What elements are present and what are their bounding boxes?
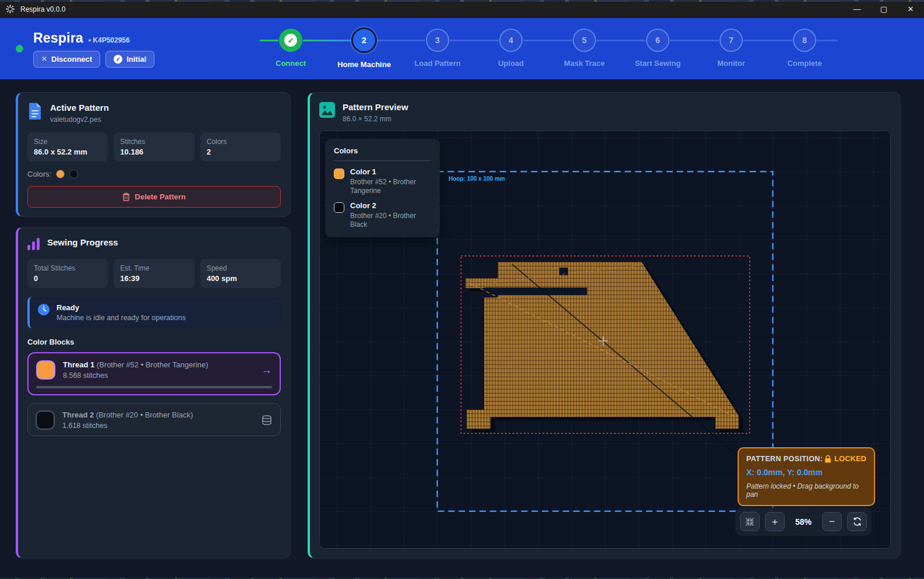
color-swatch-1 <box>56 170 65 178</box>
colors-label: Colors: <box>27 170 51 178</box>
step-start-sewing[interactable]: 6 Start Sewing <box>621 29 694 69</box>
titlebar: Respira v0.0.0 — ▢ ✕ <box>0 0 924 18</box>
sewing-progress-card: Sewing Progress Total Stitches 0 Est. Ti… <box>16 227 291 559</box>
check-circle-icon: ✓ <box>114 55 122 64</box>
app-header: Respira • K4P502956 ✕ Disconnect ✓ Initi… <box>0 18 924 79</box>
status-title: Ready <box>57 303 186 312</box>
main-content: Active Pattern valetudogv2.pes Size 86.0… <box>0 79 924 579</box>
fit-to-screen-button[interactable] <box>740 512 760 531</box>
zoom-level: 58% <box>790 517 817 527</box>
stat-stitches: Stitches 10.186 <box>114 132 194 162</box>
step-upload[interactable]: 4 Upload <box>474 29 548 69</box>
step-connect[interactable]: ✓ Connect <box>254 29 327 69</box>
color-blocks-label: Color Blocks <box>27 338 281 346</box>
lock-icon <box>824 455 831 463</box>
document-icon <box>27 103 43 120</box>
step-check-icon: ✓ <box>279 29 302 52</box>
image-icon <box>319 102 335 118</box>
pattern-position-overlay: PATTERN POSITION: LOCKED X: 0.0mm, Y: 0.… <box>738 447 875 506</box>
colors-legend-panel: Colors Color 1 Brother #52 • Brother Tan… <box>325 139 440 237</box>
machine-serial: • K4P502956 <box>89 36 130 44</box>
window-controls: — ▢ ✕ <box>844 0 924 18</box>
pattern-preview-card: Pattern Preview 86.0 × 52.2 mm <box>308 92 901 559</box>
app-window: Respira v0.0.0 — ▢ ✕ Respira • K4P502956… <box>0 0 924 579</box>
color-swatch-2 <box>69 170 78 178</box>
position-label: PATTERN POSITION: <box>746 455 823 463</box>
status-description: Machine is idle and ready for operations <box>57 314 186 322</box>
app-name: Respira <box>33 30 83 46</box>
arrow-right-icon: → <box>261 364 272 377</box>
position-coordinates: X: 0.0mm, Y: 0.0mm <box>746 468 866 477</box>
zoom-out-button[interactable]: − <box>822 512 842 531</box>
card-title: Pattern Preview <box>343 102 408 112</box>
thread-1-swatch <box>36 360 55 380</box>
legend-swatch-2 <box>334 202 344 213</box>
zoom-in-button[interactable]: ＋ <box>765 512 785 531</box>
maximize-button[interactable]: ▢ <box>870 0 897 18</box>
legend-swatch-1 <box>334 169 344 179</box>
hoop-size-label: Hoop: 100 x 100 mm <box>449 176 505 182</box>
step-mask-trace[interactable]: 5 Mask Trace <box>548 29 621 69</box>
active-pattern-card: Active Pattern valetudogv2.pes Size 86.0… <box>16 92 291 217</box>
stat-total-stitches: Total Stitches 0 <box>27 259 108 288</box>
clock-icon <box>37 303 50 316</box>
stat-colors: Colors 2 <box>200 132 281 162</box>
card-title: Sewing Progress <box>47 237 118 247</box>
pattern-filename: valetudogv2.pes <box>50 115 109 124</box>
trash-icon <box>122 192 130 201</box>
reset-view-button[interactable] <box>847 512 867 531</box>
brand-block: Respira • K4P502956 ✕ Disconnect ✓ Initi… <box>33 30 154 68</box>
initial-button[interactable]: ✓ Initial <box>105 51 154 68</box>
connection-status-dot <box>16 45 23 52</box>
divider <box>334 160 431 161</box>
app-icon <box>5 4 15 14</box>
workflow-stepper: ✓ Connect 2 Home Machine 3 Load Pattern … <box>254 29 842 69</box>
step-complete[interactable]: 8 Complete <box>768 29 841 69</box>
stat-est-time: Est. Time 16:39 <box>114 259 194 288</box>
close-button[interactable]: ✕ <box>897 0 924 18</box>
x-icon: ✕ <box>41 55 47 63</box>
legend-item-color-2: Color 2 Brother #20 • Brother Black <box>334 201 431 229</box>
thread-1-progress-bar <box>36 386 272 388</box>
minimize-button[interactable]: — <box>844 0 870 18</box>
step-home-machine[interactable]: 2 Home Machine <box>327 29 401 69</box>
stat-size: Size 86.0 x 52.2 mm <box>27 132 108 162</box>
thread-2-swatch <box>36 410 55 430</box>
delete-pattern-button[interactable]: Delete Pattern <box>27 186 281 208</box>
card-title: Active Pattern <box>50 103 109 113</box>
locked-badge: LOCKED <box>834 454 866 463</box>
window-title: Respira v0.0.0 <box>20 5 65 13</box>
top-edge-sliver <box>0 0 924 2</box>
pattern-dimensions: 86.0 × 52.2 mm <box>343 115 408 123</box>
disconnect-button[interactable]: ✕ Disconnect <box>33 51 100 68</box>
position-hint: Pattern locked • Drag background to pan <box>746 482 866 499</box>
thread-block-1[interactable]: Thread 1 (Brother #52 • Brother Tangerin… <box>27 352 281 395</box>
stat-speed: Speed 400 spm <box>200 259 281 288</box>
legend-item-color-1: Color 1 Brother #52 • Brother Tangerine <box>334 167 431 195</box>
thread-block-2[interactable]: Thread 2 (Brother #20 • Brother Black) 1… <box>27 403 281 436</box>
layers-icon <box>261 415 273 426</box>
bar-chart-icon <box>27 237 40 250</box>
fit-icon <box>745 517 754 527</box>
reset-icon <box>852 517 862 527</box>
preview-canvas[interactable]: Hoop: 100 x 100 mm Colors Color 1 Brothe… <box>319 131 891 549</box>
zoom-controls: ＋ 58% − <box>735 507 872 536</box>
step-monitor[interactable]: 7 Monitor <box>694 29 768 69</box>
machine-status-box: Ready Machine is idle and ready for oper… <box>27 297 281 328</box>
legend-title: Colors <box>334 146 431 155</box>
step-load-pattern[interactable]: 3 Load Pattern <box>401 29 474 69</box>
